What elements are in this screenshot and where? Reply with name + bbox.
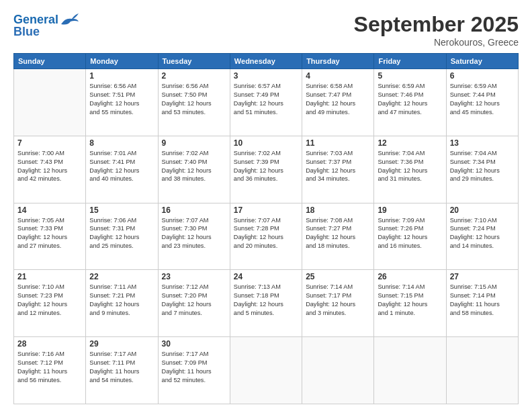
day-number: 17	[234, 205, 298, 215]
day-number: 11	[306, 138, 370, 148]
day-number: 2	[162, 71, 226, 81]
calendar-cell: 5Sunrise: 6:59 AMSunset: 7:46 PMDaylight…	[374, 69, 446, 136]
day-info: Sunrise: 7:10 AMSunset: 7:23 PMDaylight:…	[17, 283, 82, 318]
day-info: Sunrise: 7:05 AMSunset: 7:33 PMDaylight:…	[17, 216, 82, 251]
logo-text-blue: Blue	[13, 26, 40, 39]
calendar-cell: 30Sunrise: 7:17 AMSunset: 7:09 PMDayligh…	[158, 337, 230, 404]
calendar-cell: 26Sunrise: 7:14 AMSunset: 7:15 PMDayligh…	[374, 270, 446, 337]
calendar-cell: 18Sunrise: 7:08 AMSunset: 7:27 PMDayligh…	[302, 203, 374, 270]
calendar-cell: 2Sunrise: 6:56 AMSunset: 7:50 PMDaylight…	[158, 69, 230, 136]
calendar-cell: 1Sunrise: 6:56 AMSunset: 7:51 PMDaylight…	[86, 69, 158, 136]
page: General Blue September 2025 Nerokouros, …	[0, 0, 532, 411]
day-info: Sunrise: 7:07 AMSunset: 7:30 PMDaylight:…	[162, 216, 226, 251]
day-info: Sunrise: 7:14 AMSunset: 7:15 PMDaylight:…	[378, 283, 442, 318]
day-info: Sunrise: 6:59 AMSunset: 7:44 PMDaylight:…	[450, 82, 515, 117]
weekday-header-saturday: Saturday	[446, 54, 518, 69]
weekday-header-friday: Friday	[374, 54, 446, 69]
calendar-cell: 4Sunrise: 6:58 AMSunset: 7:47 PMDaylight…	[302, 69, 374, 136]
header: General Blue September 2025 Nerokouros, …	[13, 12, 519, 48]
day-info: Sunrise: 7:02 AMSunset: 7:40 PMDaylight:…	[162, 149, 226, 184]
week-row-1: 7Sunrise: 7:00 AMSunset: 7:43 PMDaylight…	[14, 136, 519, 203]
day-number: 24	[234, 272, 298, 281]
weekday-header-wednesday: Wednesday	[230, 54, 302, 69]
calendar-cell: 11Sunrise: 7:03 AMSunset: 7:37 PMDayligh…	[302, 136, 374, 203]
day-number: 21	[17, 272, 82, 281]
week-row-3: 21Sunrise: 7:10 AMSunset: 7:23 PMDayligh…	[14, 270, 519, 337]
week-row-4: 28Sunrise: 7:16 AMSunset: 7:12 PMDayligh…	[14, 337, 519, 404]
calendar-cell	[14, 69, 86, 136]
week-row-2: 14Sunrise: 7:05 AMSunset: 7:33 PMDayligh…	[14, 203, 519, 270]
weekday-header-thursday: Thursday	[302, 54, 374, 69]
day-info: Sunrise: 7:17 AMSunset: 7:09 PMDaylight:…	[162, 350, 226, 385]
calendar-cell	[374, 337, 446, 404]
week-row-0: 1Sunrise: 6:56 AMSunset: 7:51 PMDaylight…	[14, 69, 519, 136]
day-number: 3	[234, 71, 298, 81]
day-info: Sunrise: 7:17 AMSunset: 7:11 PMDaylight:…	[89, 350, 154, 385]
day-number: 15	[89, 205, 154, 215]
location-subtitle: Nerokouros, Greece	[354, 37, 519, 48]
day-number: 10	[234, 138, 298, 148]
calendar-cell: 16Sunrise: 7:07 AMSunset: 7:30 PMDayligh…	[158, 203, 230, 270]
day-info: Sunrise: 6:57 AMSunset: 7:49 PMDaylight:…	[234, 82, 298, 117]
calendar-cell: 19Sunrise: 7:09 AMSunset: 7:26 PMDayligh…	[374, 203, 446, 270]
logo-bird-icon	[60, 12, 80, 28]
day-number: 27	[450, 272, 515, 281]
day-info: Sunrise: 7:03 AMSunset: 7:37 PMDaylight:…	[306, 149, 370, 184]
calendar-table: SundayMondayTuesdayWednesdayThursdayFrid…	[13, 53, 519, 404]
day-info: Sunrise: 7:07 AMSunset: 7:28 PMDaylight:…	[234, 216, 298, 251]
day-info: Sunrise: 7:15 AMSunset: 7:14 PMDaylight:…	[450, 283, 515, 318]
calendar-cell	[446, 337, 518, 404]
day-info: Sunrise: 7:06 AMSunset: 7:31 PMDaylight:…	[89, 216, 154, 251]
day-info: Sunrise: 7:04 AMSunset: 7:36 PMDaylight:…	[378, 149, 442, 184]
day-number: 4	[306, 71, 370, 81]
calendar-cell: 28Sunrise: 7:16 AMSunset: 7:12 PMDayligh…	[14, 337, 86, 404]
day-info: Sunrise: 7:11 AMSunset: 7:21 PMDaylight:…	[89, 283, 154, 318]
day-number: 5	[378, 71, 442, 81]
day-number: 22	[89, 272, 154, 281]
day-number: 13	[450, 138, 515, 148]
calendar-cell: 6Sunrise: 6:59 AMSunset: 7:44 PMDaylight…	[446, 69, 518, 136]
day-info: Sunrise: 6:58 AMSunset: 7:47 PMDaylight:…	[306, 82, 370, 117]
calendar-cell: 13Sunrise: 7:04 AMSunset: 7:34 PMDayligh…	[446, 136, 518, 203]
day-number: 29	[89, 339, 154, 349]
day-info: Sunrise: 7:12 AMSunset: 7:20 PMDaylight:…	[162, 283, 226, 318]
calendar-cell: 27Sunrise: 7:15 AMSunset: 7:14 PMDayligh…	[446, 270, 518, 337]
day-info: Sunrise: 7:00 AMSunset: 7:43 PMDaylight:…	[17, 149, 82, 184]
day-number: 18	[306, 205, 370, 215]
day-number: 30	[162, 339, 226, 349]
calendar-cell: 7Sunrise: 7:00 AMSunset: 7:43 PMDaylight…	[14, 136, 86, 203]
day-info: Sunrise: 7:01 AMSunset: 7:41 PMDaylight:…	[89, 149, 154, 184]
day-info: Sunrise: 6:56 AMSunset: 7:50 PMDaylight:…	[162, 82, 226, 117]
weekday-header-monday: Monday	[86, 54, 158, 69]
calendar-cell: 23Sunrise: 7:12 AMSunset: 7:20 PMDayligh…	[158, 270, 230, 337]
day-number: 9	[162, 138, 226, 148]
weekday-header-tuesday: Tuesday	[158, 54, 230, 69]
calendar-cell: 29Sunrise: 7:17 AMSunset: 7:11 PMDayligh…	[86, 337, 158, 404]
day-info: Sunrise: 7:16 AMSunset: 7:12 PMDaylight:…	[17, 350, 82, 385]
day-number: 7	[17, 138, 82, 148]
day-info: Sunrise: 7:02 AMSunset: 7:39 PMDaylight:…	[234, 149, 298, 184]
day-number: 16	[162, 205, 226, 215]
calendar-cell: 14Sunrise: 7:05 AMSunset: 7:33 PMDayligh…	[14, 203, 86, 270]
calendar-cell: 9Sunrise: 7:02 AMSunset: 7:40 PMDaylight…	[158, 136, 230, 203]
day-number: 26	[378, 272, 442, 281]
day-info: Sunrise: 7:14 AMSunset: 7:17 PMDaylight:…	[306, 283, 370, 318]
month-title: September 2025	[354, 12, 519, 37]
calendar-cell: 10Sunrise: 7:02 AMSunset: 7:39 PMDayligh…	[230, 136, 302, 203]
weekday-header-sunday: Sunday	[14, 54, 86, 69]
day-number: 12	[378, 138, 442, 148]
calendar-cell	[302, 337, 374, 404]
day-number: 14	[17, 205, 82, 215]
day-info: Sunrise: 7:10 AMSunset: 7:24 PMDaylight:…	[450, 216, 515, 251]
day-info: Sunrise: 7:13 AMSunset: 7:18 PMDaylight:…	[234, 283, 298, 318]
day-info: Sunrise: 7:08 AMSunset: 7:27 PMDaylight:…	[306, 216, 370, 251]
day-info: Sunrise: 6:56 AMSunset: 7:51 PMDaylight:…	[89, 82, 154, 117]
day-number: 28	[17, 339, 82, 349]
calendar-cell: 20Sunrise: 7:10 AMSunset: 7:24 PMDayligh…	[446, 203, 518, 270]
calendar-cell: 12Sunrise: 7:04 AMSunset: 7:36 PMDayligh…	[374, 136, 446, 203]
weekday-header-row: SundayMondayTuesdayWednesdayThursdayFrid…	[14, 54, 519, 69]
calendar-cell	[230, 337, 302, 404]
calendar-cell: 21Sunrise: 7:10 AMSunset: 7:23 PMDayligh…	[14, 270, 86, 337]
day-info: Sunrise: 6:59 AMSunset: 7:46 PMDaylight:…	[378, 82, 442, 117]
title-block: September 2025 Nerokouros, Greece	[354, 12, 519, 48]
